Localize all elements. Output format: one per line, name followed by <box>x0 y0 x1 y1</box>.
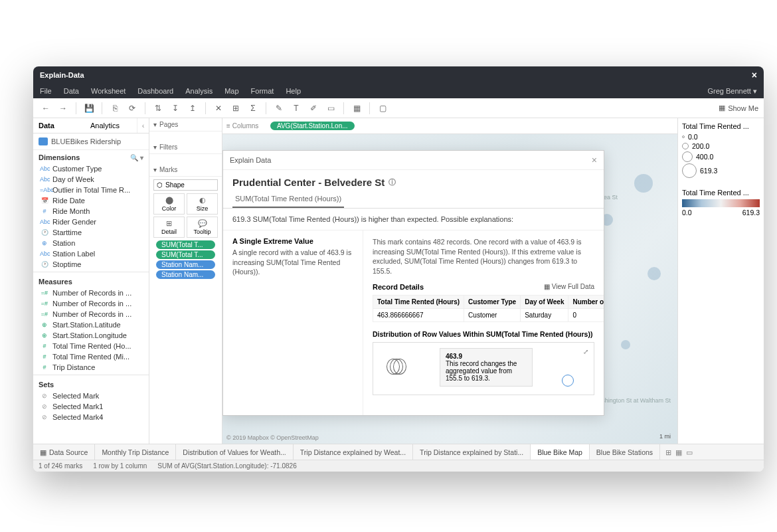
dimension-field[interactable]: =AbcOutlier in Total Time R... <box>33 185 149 195</box>
columns-shelf[interactable]: ≡ Columns AVG(Start.Station.Lon... <box>222 118 677 134</box>
info-icon[interactable]: ⓘ <box>388 177 396 187</box>
measure-field[interactable]: ⊕Start.Station.Latitude <box>33 319 149 330</box>
group-button[interactable]: ⊞ <box>228 101 243 116</box>
sheet-tab[interactable]: Trip Distance explained by Stati... <box>413 444 531 460</box>
data-tab[interactable]: Data <box>33 118 85 133</box>
totals-button[interactable]: Σ <box>246 101 260 116</box>
dimension-field[interactable]: ⊕Station <box>33 238 149 248</box>
analytics-tab[interactable]: Analytics <box>85 118 137 133</box>
mark-pill[interactable]: Station Nam... <box>156 270 215 279</box>
set-field[interactable]: ⊘Selected Mark1 <box>33 401 149 412</box>
record-details-table: Total Time Rented (Hours) Customer Type … <box>373 295 604 322</box>
center-column: ≡ Columns AVG(Start.Station.Lon... Chels… <box>222 118 677 444</box>
sheet-tab-active[interactable]: Blue Bike Map <box>531 444 590 460</box>
field-type-icon: # <box>40 364 49 371</box>
menu-analysis[interactable]: Analysis <box>185 87 213 95</box>
explain-data-header: Explain Data <box>230 156 271 164</box>
datasource-row[interactable]: BLUEBikes Ridership <box>33 133 149 150</box>
dimension-field[interactable]: AbcRider Gender <box>33 217 149 227</box>
dimension-field[interactable]: 📅Ride Date <box>33 195 149 206</box>
tooltip-button[interactable]: 💬Tooltip <box>187 217 218 238</box>
color-legend-min: 0.0 <box>682 209 692 217</box>
clear-button[interactable]: ✕ <box>211 101 226 116</box>
title-bar: Explain-Data × <box>33 66 764 84</box>
menu-dashboard[interactable]: Dashboard <box>137 87 173 95</box>
back-button[interactable]: ← <box>39 101 53 116</box>
dimension-field[interactable]: AbcDay of Week <box>33 174 149 185</box>
dimension-field[interactable]: 🕐Starttime <box>33 227 149 238</box>
mark-pill[interactable]: Station Nam... <box>156 260 215 269</box>
explain-measure-tab[interactable]: SUM(Total Time Rented (Hours)) <box>232 191 344 208</box>
label-button[interactable]: T <box>289 101 303 116</box>
status-marks: 1 of 246 marks <box>39 462 82 470</box>
data-source-tab[interactable]: ▦Data Source <box>33 444 95 460</box>
save-button[interactable]: 💾 <box>82 101 96 116</box>
new-datasource-button[interactable]: ⎘ <box>108 101 122 116</box>
window-close-button[interactable]: × <box>752 70 757 80</box>
size-button[interactable]: ◐Size <box>187 193 218 215</box>
sheet-tab[interactable]: Distribution of Values for Weath... <box>176 444 293 460</box>
sets-header: Sets <box>33 377 149 391</box>
dimension-field[interactable]: #Ride Month <box>33 206 149 217</box>
sheet-tab[interactable]: Trip Distance explained by Weat... <box>294 444 413 460</box>
field-type-icon: =# <box>40 300 49 307</box>
menu-worksheet[interactable]: Worksheet <box>91 87 126 95</box>
menu-bar: File Data Worksheet Dashboard Analysis M… <box>33 84 764 98</box>
swap-button[interactable]: ⇅ <box>151 101 165 116</box>
dimension-field[interactable]: AbcCustomer Type <box>33 163 149 174</box>
field-type-icon: =# <box>40 311 49 317</box>
visualization-area[interactable]: Chelsea St Washington St at Waltham St ©… <box>222 134 677 444</box>
view-button[interactable]: ▦ <box>349 101 364 116</box>
set-field[interactable]: ⊘Selected Mark4 <box>33 412 149 422</box>
app-window: Explain-Data × File Data Worksheet Dashb… <box>33 66 764 472</box>
measure-field[interactable]: =#Number of Records in ... <box>33 288 149 298</box>
new-dashboard-button[interactable]: ▦ <box>675 448 682 456</box>
set-field[interactable]: ⊘Selected Mark <box>33 391 149 401</box>
user-menu[interactable]: Greg Bennett ▾ <box>708 87 758 96</box>
explain-close-button[interactable]: × <box>592 155 597 165</box>
fit-button[interactable]: ▭ <box>323 101 338 116</box>
data-source-icon: ▦ <box>40 448 46 456</box>
measure-field[interactable]: =#Number of Records in ... <box>33 298 149 309</box>
shape-icon: ⬡ <box>157 181 163 189</box>
refresh-button[interactable]: ⟳ <box>125 101 139 116</box>
sort-asc-button[interactable]: ↧ <box>168 101 183 116</box>
sort-desc-button[interactable]: ↥ <box>185 101 200 116</box>
sidebar-collapse-button[interactable]: ‹ <box>137 118 149 133</box>
menu-data[interactable]: Data <box>64 87 79 95</box>
expand-icon[interactable]: ⤢ <box>583 348 588 355</box>
main-area: Data Analytics ‹ BLUEBikes Ridership Dim… <box>33 118 764 444</box>
dimensions-header: Dimensions 🔍 ▾ <box>33 150 149 163</box>
menu-file[interactable]: File <box>40 87 52 95</box>
show-me-button[interactable]: ▦ Show Me <box>719 104 758 112</box>
sheet-tab[interactable]: Blue Bike Stations <box>590 444 660 460</box>
search-icon[interactable]: 🔍 ▾ <box>130 154 143 161</box>
measure-field[interactable]: #Trip Distance <box>33 362 149 373</box>
explain-summary: 619.3 SUM(Total Time Rented (Hours)) is … <box>223 209 604 230</box>
dimension-field[interactable]: 🕐Stoptime <box>33 259 149 270</box>
new-worksheet-button[interactable]: ⊞ <box>665 448 671 456</box>
distribution-chart: ⤢ 463.9 This record changes the aggregat… <box>373 342 594 395</box>
measure-field[interactable]: #Total Time Rented (Ho... <box>33 341 149 351</box>
measure-field[interactable]: #Total Time Rented (Mi... <box>33 351 149 362</box>
format-button[interactable]: ✐ <box>306 101 321 116</box>
measure-field[interactable]: ⊕Start.Station.Longitude <box>33 330 149 341</box>
explain-explanation-item[interactable]: A Single Extreme Value A single record w… <box>223 230 363 415</box>
new-story-button[interactable]: ▭ <box>686 448 693 456</box>
mark-type-selector[interactable]: ⬡Shape <box>153 179 218 191</box>
mark-pill[interactable]: SUM(Total T... <box>156 240 215 249</box>
measure-field[interactable]: =#Number of Records in ... <box>33 309 149 319</box>
detail-button[interactable]: ⊞Detail <box>153 217 185 238</box>
mark-pill[interactable]: SUM(Total T... <box>156 250 215 259</box>
color-button[interactable]: ⬤Color <box>153 193 185 215</box>
view-full-data-link[interactable]: ▦View Full Data <box>544 283 594 290</box>
menu-format[interactable]: Format <box>251 87 274 95</box>
highlight-button[interactable]: ✎ <box>272 101 286 116</box>
sheet-tab[interactable]: Monthly Trip Distance <box>95 444 176 460</box>
menu-help[interactable]: Help <box>286 87 301 95</box>
forward-button[interactable]: → <box>56 101 70 116</box>
dimension-field[interactable]: AbcStation Label <box>33 248 149 259</box>
columns-pill[interactable]: AVG(Start.Station.Lon... <box>270 122 355 130</box>
presentation-button[interactable]: ▢ <box>375 101 390 116</box>
menu-map[interactable]: Map <box>224 87 238 95</box>
